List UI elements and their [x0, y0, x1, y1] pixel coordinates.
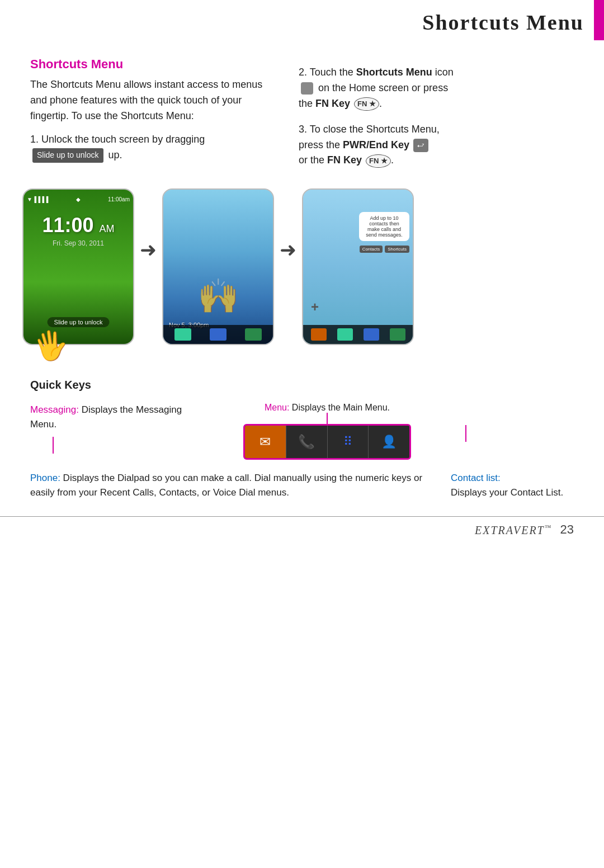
phone2-wrapper: 🙌 Nov 5, 3:00pm — [162, 188, 274, 345]
quick-keys-diagram: Messaging: Displays the Messaging Menu. … — [30, 403, 574, 460]
phone1-wrapper: ▼▐▐▐▐ ◆ 11:00am 11:00 AM Fri. Sep 30, 20… — [22, 188, 134, 345]
page-title: Shortcuts Menu — [422, 0, 584, 40]
messaging-annotation: Messaging: Displays the Messaging Menu. — [30, 403, 204, 454]
shortcuts-menu-icon — [301, 82, 313, 95]
phone3-bottom-bar — [303, 325, 413, 344]
trademark-symbol: ™ — [545, 523, 553, 531]
main-content: Shortcuts Menu The Shortcuts Menu allows… — [0, 57, 604, 172]
menu-text: Displays the Main Menu. — [289, 403, 390, 412]
arrow-2: ➜ — [280, 238, 296, 262]
fn-key-icon-1: FN ★ — [354, 97, 379, 111]
qk-phone-icon: 📞 — [286, 426, 328, 458]
phone-diagram-1: ▼▐▐▐▐ ◆ 11:00am 11:00 AM Fri. Sep 30, 20… — [22, 188, 134, 345]
hand-gesture-icon: 🖐 — [31, 327, 70, 365]
shortcuts-bubble: Add up to 10 contacts then make calls an… — [359, 212, 409, 241]
qk-messaging-icon: ✉ — [245, 426, 286, 458]
section-heading: Shortcuts Menu — [30, 57, 276, 72]
phone-screen-1: ▼▐▐▐▐ ◆ 11:00am 11:00 AM Fri. Sep 30, 20… — [23, 190, 133, 344]
qk-menu-icon: ⠿ — [328, 426, 369, 458]
contact-list-text: Displays your Contact List. — [451, 487, 563, 498]
contact-list-label: Contact list: — [451, 473, 501, 483]
contacts-tab: Contacts — [360, 246, 383, 253]
menu-label: Menu: — [265, 403, 289, 412]
quick-keys-label: Quick Keys — [0, 379, 604, 391]
phone1-status-bar: ▼▐▐▐▐ ◆ 11:00am — [23, 195, 133, 204]
phone-screen-3: Add up to 10 contacts then make calls an… — [303, 190, 413, 344]
contact-list-connector-line — [465, 425, 466, 442]
phone3-icon-msg — [311, 328, 327, 341]
phone2-bottom-bar — [163, 325, 273, 344]
phone-screen-2: 🙌 Nov 5, 3:00pm — [163, 190, 273, 344]
bottom-descriptions: Phone: Displays the Dialpad so you can m… — [0, 471, 604, 499]
phone2-icon-call — [174, 328, 191, 341]
qk-contacts-icon: 👤 — [369, 426, 409, 458]
messaging-label: Messaging: — [30, 404, 79, 415]
step3-text: 3. To close the Shortcuts Menu, press th… — [299, 122, 567, 169]
phone3-wrapper: Add up to 10 contacts then make calls an… — [302, 188, 414, 345]
quick-keys-icon-bar: ✉ 📞 ⠿ 👤 — [243, 424, 411, 460]
unlock-badge: Slide up to unlock — [32, 148, 103, 163]
pwr-key-icon: ⮐ — [413, 139, 428, 152]
quick-keys-bar-center: Menu: Displays the Main Menu. ✉ 📞 ⠿ — [204, 403, 451, 460]
step2-text: 2. Touch the Shortcuts Menu icon on the … — [299, 65, 567, 112]
phone-description: Phone: Displays the Dialpad so you can m… — [30, 471, 434, 499]
magenta-accent-bar — [594, 0, 604, 40]
step1-suffix: up. — [108, 149, 122, 161]
page-number: 23 — [560, 522, 574, 537]
shortcuts-tabs: Contacts Shortcuts — [360, 246, 409, 253]
phone1-time: 11:00 AM — [42, 214, 114, 237]
phone-label: Phone: — [30, 473, 60, 483]
concert-hands-icon: 🙌 — [163, 276, 273, 316]
fn-key-icon-2: FN ★ — [366, 154, 391, 168]
messaging-connector-line — [53, 437, 54, 454]
phone3-icon-contacts — [390, 328, 405, 341]
phone2-icon-menu — [210, 328, 226, 341]
phone2-icon-contacts — [245, 328, 262, 341]
phone3-icon-call — [337, 328, 353, 341]
phone1-slide-bar: Slide up to unlock — [48, 317, 110, 327]
quick-keys-section: Messaging: Displays the Messaging Menu. … — [0, 403, 604, 460]
menu-connector-line — [327, 413, 328, 424]
step1-text: 1. Unlock the touch screen by dragging S… — [30, 132, 276, 163]
intro-text: The Shortcuts Menu allows instant access… — [30, 77, 276, 124]
diagrams-row: ▼▐▐▐▐ ◆ 11:00am 11:00 AM Fri. Sep 30, 20… — [0, 188, 604, 345]
page-footer: Extravert™ 23 — [0, 516, 604, 537]
phone-diagram-2: 🙌 Nov 5, 3:00pm — [162, 188, 274, 345]
step1-prefix: 1. Unlock the touch screen by dragging — [30, 134, 205, 145]
footer-brand: Extravert™ — [475, 523, 553, 537]
contact-list-description: Contact list: Displays your Contact List… — [451, 471, 574, 499]
shortcuts-tab: Shortcuts — [385, 246, 409, 253]
left-column: Shortcuts Menu The Shortcuts Menu allows… — [30, 57, 276, 172]
arrow-1: ➜ — [140, 238, 157, 262]
phone1-date: Fri. Sep 30, 2011 — [53, 239, 104, 247]
phone-text: Displays the Dialpad so you can make a c… — [30, 473, 422, 498]
shortcuts-plus-icon: + — [311, 299, 319, 315]
phone3-icon-menu — [364, 328, 379, 341]
right-column: 2. Touch the Shortcuts Menu icon on the … — [299, 57, 567, 172]
contact-list-annotation — [451, 403, 574, 442]
page-header: Shortcuts Menu — [0, 0, 604, 40]
phone-diagram-3: Add up to 10 contacts then make calls an… — [302, 188, 414, 345]
